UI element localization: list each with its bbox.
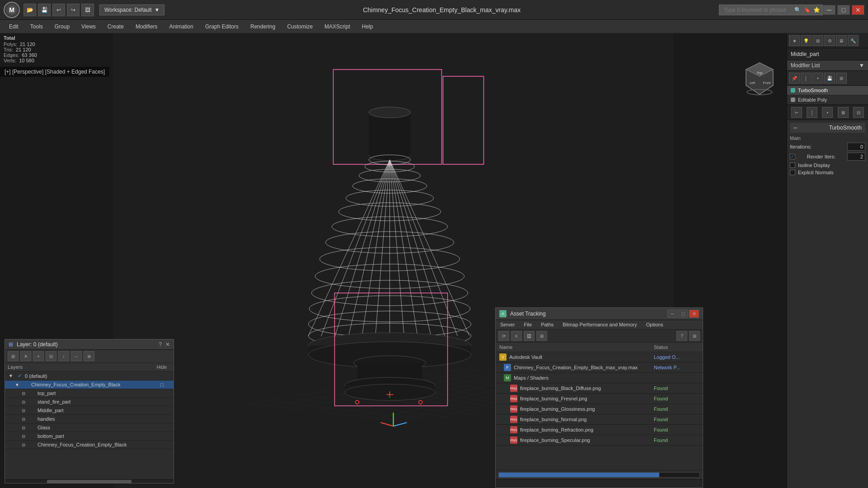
open-button[interactable]: 📂 bbox=[23, 4, 36, 16]
asset-tool-list[interactable]: ≡ bbox=[511, 331, 522, 341]
asset-row[interactable]: PNG fireplace_burning_Fresnel.png Found bbox=[496, 394, 703, 404]
rp-icon-display[interactable]: 🖥 bbox=[836, 35, 847, 46]
asset-row[interactable]: PNG fireplace_burning_Refraction.png Fou… bbox=[496, 425, 703, 435]
rp-icon-star[interactable]: ★ bbox=[789, 35, 800, 46]
explicit-normals-checkbox[interactable] bbox=[790, 170, 795, 175]
asset-row[interactable]: PNG fireplace_burning_Specular.png Found bbox=[496, 435, 703, 446]
asset-row[interactable]: PNG fireplace_burning_Normal.png Found bbox=[496, 414, 703, 425]
mod-tool-key[interactable]: • bbox=[812, 73, 823, 84]
minimize-button[interactable]: ─ bbox=[823, 5, 835, 15]
layer-table-header: Layers Hide bbox=[5, 363, 174, 372]
asset-menu-bitmap[interactable]: Bitmap Performance and Memory bbox=[558, 320, 641, 329]
asset-menu-paths[interactable]: Paths bbox=[536, 320, 558, 329]
asset-tool-grid[interactable]: ⊞ bbox=[536, 331, 547, 341]
menu-animation[interactable]: Animation bbox=[164, 22, 199, 32]
mod-tool-show[interactable]: │ bbox=[801, 73, 812, 84]
mod-tool-pin[interactable]: 📌 bbox=[789, 73, 800, 84]
asset-row[interactable]: V Autodesk Vault Logged O... bbox=[496, 352, 703, 363]
layer-row[interactable]: ⊙ top_part bbox=[5, 389, 174, 398]
viewport[interactable]: [+] [Perspective] [Shaded + Edged Faces]… bbox=[0, 33, 787, 488]
bookmark-icon[interactable]: 🔖 bbox=[804, 7, 811, 13]
menu-group[interactable]: Group bbox=[49, 22, 75, 32]
redo-button[interactable]: ↪ bbox=[67, 4, 80, 16]
layer-row[interactable]: ⊙ stand_fire_part bbox=[5, 398, 174, 406]
menu-tools[interactable]: Tools bbox=[25, 22, 48, 32]
mod-tool-expand[interactable]: ⊞ bbox=[836, 73, 847, 84]
menu-create[interactable]: Create bbox=[102, 22, 129, 32]
verts-label: Verts: bbox=[4, 58, 16, 63]
view-button[interactable]: 🖼 bbox=[81, 4, 94, 16]
layer-row[interactable]: ⊙ bottom_part bbox=[5, 432, 174, 441]
menu-customize[interactable]: Customize bbox=[282, 22, 318, 32]
undo-button[interactable]: ↩ bbox=[52, 4, 65, 16]
layer-scrollbar[interactable] bbox=[5, 479, 174, 483]
save-button[interactable]: 💾 bbox=[38, 4, 51, 16]
workspace-selector[interactable]: Workspace: Default ▼ bbox=[99, 5, 164, 15]
layer-tool-collapse[interactable]: ⊟ bbox=[46, 351, 56, 361]
asset-toolbar-right: ? ⊞ bbox=[676, 331, 700, 341]
layer-row[interactable]: ⊙ handles bbox=[5, 415, 174, 423]
modifier-turbosmooth[interactable]: TurboSmooth bbox=[787, 86, 868, 95]
menu-graph-editors[interactable]: Graph Editors bbox=[200, 22, 244, 32]
search-input[interactable] bbox=[724, 7, 792, 13]
render-iters-input[interactable] bbox=[847, 153, 865, 161]
layer-tool-expand-h[interactable]: ↕ bbox=[58, 351, 69, 361]
render-iters-checkbox[interactable] bbox=[790, 154, 795, 159]
rp-icon-settings[interactable]: ⚙ bbox=[824, 35, 835, 46]
asset-close-btn[interactable]: ✕ bbox=[689, 310, 699, 318]
modifier-list-label[interactable]: Modifier List ▼ bbox=[787, 60, 868, 71]
layer-help-btn[interactable]: ? bbox=[159, 341, 162, 348]
mod-btn-4[interactable]: ⊠ bbox=[838, 107, 849, 118]
layer-title-text: Layer: 0 (default) bbox=[17, 341, 58, 348]
asset-row[interactable]: M Maps / Shaders bbox=[496, 373, 703, 383]
rp-icon-hierarchy[interactable]: ⊞ bbox=[812, 35, 823, 46]
layer-row[interactable]: ⊙ Glass bbox=[5, 423, 174, 432]
layer-row[interactable]: ▼ ✓ 0 (default) bbox=[5, 372, 174, 381]
workspace-dropdown-icon: ▼ bbox=[155, 7, 160, 13]
layer-hide-btn[interactable]: □ bbox=[153, 382, 171, 387]
rp-icon-utility[interactable]: 🔧 bbox=[848, 35, 859, 46]
menu-edit[interactable]: Edit bbox=[4, 22, 24, 32]
asset-tool-refresh[interactable]: ⟳ bbox=[498, 331, 509, 341]
menu-modifiers[interactable]: Modifiers bbox=[130, 22, 163, 32]
asset-tool-image[interactable]: 🖼 bbox=[524, 331, 535, 341]
maximize-button[interactable]: □ bbox=[837, 5, 850, 15]
asset-row[interactable]: PNG fireplace_burning_Black_Diffuse.png … bbox=[496, 383, 703, 394]
asset-minimize-btn[interactable]: ─ bbox=[667, 310, 677, 318]
asset-tool-help[interactable]: ? bbox=[676, 331, 687, 341]
mod-btn-2[interactable]: │ bbox=[807, 107, 817, 118]
mod-btn-5[interactable]: ⊟ bbox=[853, 107, 864, 118]
asset-menu-server[interactable]: Server bbox=[496, 320, 519, 329]
menu-rendering[interactable]: Rendering bbox=[245, 22, 281, 32]
layer-tool-delete[interactable]: ✕ bbox=[20, 351, 31, 361]
layer-tool-show[interactable]: ⊞ bbox=[8, 351, 19, 361]
mod-tool-save[interactable]: 💾 bbox=[824, 73, 835, 84]
asset-row[interactable]: F Chimney_Focus_Creation_Empty_Black_max… bbox=[496, 363, 703, 373]
search-icon[interactable]: 🔍 bbox=[794, 7, 801, 13]
layer-row[interactable]: ⊙ Middle_part bbox=[5, 406, 174, 415]
menu-maxscript[interactable]: MAXScript bbox=[319, 22, 356, 32]
asset-row[interactable]: PNG fireplace_burning_Glossiness.png Fou… bbox=[496, 404, 703, 414]
star-icon[interactable]: ⭐ bbox=[813, 7, 820, 13]
close-button[interactable]: ✕ bbox=[852, 5, 864, 15]
layer-tool-expand-v[interactable]: ↔ bbox=[71, 351, 82, 361]
menu-help[interactable]: Help bbox=[357, 22, 379, 32]
asset-maximize-btn[interactable]: □ bbox=[678, 310, 688, 318]
iterations-input[interactable] bbox=[847, 143, 865, 151]
nav-cube[interactable]: Top Left Front bbox=[741, 60, 778, 97]
asset-name: fireplace_burning_Black_Diffuse.png bbox=[520, 386, 654, 391]
layer-row[interactable]: ▼ Chimney_Focus_Creation_Empty_Black □ bbox=[5, 381, 174, 389]
asset-tool-settings[interactable]: ⊞ bbox=[689, 331, 700, 341]
isoline-checkbox[interactable] bbox=[790, 163, 795, 168]
mod-btn-1[interactable]: ⊢ bbox=[791, 107, 802, 118]
layer-close-btn[interactable]: ✕ bbox=[165, 341, 170, 348]
layer-row[interactable]: ⊙ Chimney_Focus_Creation_Empty_Black bbox=[5, 441, 174, 449]
layer-tool-add[interactable]: + bbox=[33, 351, 44, 361]
asset-menu-options[interactable]: Options bbox=[642, 320, 668, 329]
rp-icon-light[interactable]: 💡 bbox=[801, 35, 812, 46]
modifier-editable-poly[interactable]: Editable Poly bbox=[787, 95, 868, 105]
mod-btn-3[interactable]: • bbox=[822, 107, 833, 118]
layer-tool-merge[interactable]: ⊕ bbox=[84, 351, 94, 361]
menu-views[interactable]: Views bbox=[76, 22, 101, 32]
asset-menu-file[interactable]: File bbox=[519, 320, 536, 329]
